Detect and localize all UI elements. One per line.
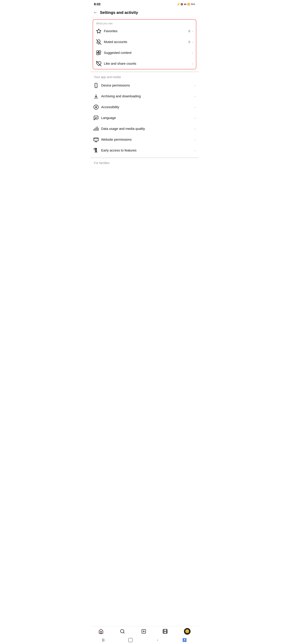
accessibility-item[interactable]: Accessibility ›: [90, 102, 199, 112]
accessibility-icon: [93, 104, 101, 110]
what-you-see-section: What you see Favorites 0 ›: [93, 19, 196, 69]
network-icon: 4G: [184, 3, 186, 6]
recent-apps-button[interactable]: [103, 638, 104, 642]
data-usage-icon: [93, 126, 101, 132]
header: ← Settings and activity: [90, 8, 199, 18]
signal-icon: 📶: [187, 3, 190, 6]
plus-square-icon: [141, 629, 146, 634]
battery-icon: 50%: [191, 3, 195, 6]
early-access-chevron: ›: [195, 149, 196, 152]
archive-icon: [93, 94, 101, 99]
suggested-label: Suggested content: [104, 51, 191, 55]
like-share-label: Like and share counts: [104, 62, 191, 66]
app-media-section: Your app and media Device permissions ›: [90, 72, 199, 156]
suggested-icon: [96, 50, 104, 56]
key-icon: 🔑: [177, 3, 180, 6]
archive-chevron: ›: [195, 94, 196, 98]
data-usage-label: Data usage and media quality: [101, 127, 194, 131]
app-media-title: Your app and media: [90, 72, 199, 80]
language-label: Language: [101, 116, 194, 120]
nav-create[interactable]: [141, 629, 146, 634]
accessibility-chevron: ›: [195, 106, 196, 109]
website-permissions-item[interactable]: Website permissions ›: [90, 134, 199, 145]
svg-rect-3: [99, 51, 101, 53]
svg-line-1: [96, 40, 101, 44]
status-time: 8:02: [94, 2, 101, 6]
separator-2: [90, 157, 199, 158]
language-chevron: ›: [195, 116, 196, 120]
accessibility-label: Accessibility: [101, 105, 194, 109]
status-bar: 8:02 🔑 🔇 4G 📶 50%: [90, 0, 199, 8]
device-label: Device permissions: [101, 84, 194, 88]
status-icons: 🔑 🔇 4G 📶 50%: [177, 3, 195, 6]
data-usage-item[interactable]: Data usage and media quality ›: [90, 123, 199, 134]
like-share-item[interactable]: Like and share counts ›: [93, 58, 196, 69]
favorites-chevron: ›: [192, 30, 193, 33]
avatar: 😊: [184, 628, 191, 635]
mute-bell-icon: [96, 39, 104, 45]
mute-icon: 🔇: [180, 3, 183, 6]
bottom-nav: 😊: [90, 626, 199, 636]
archive-label: Archiving and downloading: [101, 94, 194, 98]
home-button[interactable]: [128, 638, 133, 642]
nav-search[interactable]: [120, 629, 125, 634]
nav-profile[interactable]: 😊: [184, 628, 191, 635]
for-families-title: For families: [90, 158, 199, 166]
like-share-chevron: ›: [192, 62, 193, 66]
back-button[interactable]: ←: [93, 10, 98, 15]
suggested-chevron: ›: [192, 51, 193, 54]
archive-item[interactable]: Archiving and downloading ›: [90, 91, 199, 102]
website-icon: [93, 137, 101, 142]
early-access-label: Early access to features: [101, 148, 194, 152]
like-share-icon: [96, 61, 104, 66]
muted-label: Muted accounts: [104, 40, 188, 44]
device-permissions-item[interactable]: Device permissions ›: [90, 80, 199, 91]
language-icon: [93, 115, 101, 121]
device-chevron: ›: [195, 84, 196, 87]
svg-rect-19: [94, 138, 98, 141]
favorites-item[interactable]: Favorites 0 ›: [93, 26, 196, 36]
muted-accounts-item[interactable]: Muted accounts 0 ›: [93, 36, 196, 48]
star-icon: [96, 28, 104, 34]
svg-rect-2: [97, 51, 99, 53]
data-usage-chevron: ›: [195, 127, 196, 130]
language-item[interactable]: Language ›: [90, 112, 199, 123]
content-area: What you see Favorites 0 ›: [90, 19, 199, 190]
muted-chevron: ›: [192, 40, 193, 44]
suggested-content-item[interactable]: Suggested content ›: [93, 48, 196, 58]
back-system-button[interactable]: ‹: [157, 638, 158, 642]
page-title: Settings and activity: [100, 10, 138, 15]
favorites-badge: 0: [188, 30, 190, 33]
muted-badge: 0: [188, 40, 190, 44]
early-access-item[interactable]: Early access to features ›: [90, 145, 199, 156]
svg-rect-6: [95, 83, 97, 88]
accessibility-system-button[interactable]: ♿: [182, 638, 186, 642]
early-access-icon: [93, 148, 101, 153]
what-you-see-title: What you see: [93, 20, 196, 26]
reels-icon: [163, 629, 168, 634]
separator-1: [90, 71, 199, 72]
nav-home[interactable]: [98, 629, 104, 634]
nav-reels[interactable]: [163, 629, 168, 634]
device-icon: [93, 83, 101, 88]
for-families-section: For families: [90, 158, 199, 166]
favorites-label: Favorites: [104, 29, 188, 33]
svg-marker-0: [97, 29, 101, 33]
svg-line-25: [123, 632, 124, 633]
svg-point-11: [96, 106, 96, 106]
website-label: Website permissions: [101, 138, 194, 142]
svg-rect-4: [97, 53, 99, 55]
search-icon: [120, 629, 125, 634]
home-notification-dot: [100, 633, 102, 634]
system-nav-bar: ‹ ♿: [90, 636, 199, 644]
website-chevron: ›: [195, 138, 196, 142]
